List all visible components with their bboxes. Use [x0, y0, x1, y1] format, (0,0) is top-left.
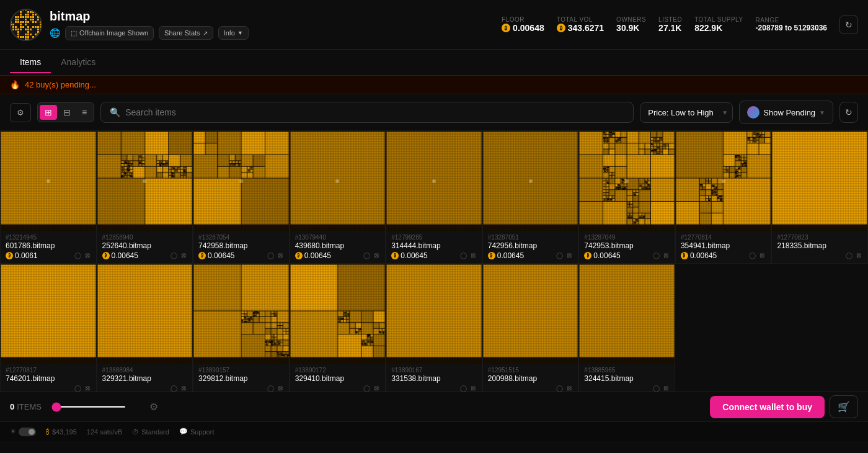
cart-add-button[interactable]: ◯	[459, 251, 468, 260]
item-name: 329321.bitmap	[102, 374, 188, 383]
expand-button[interactable]: ⊠	[469, 251, 477, 260]
pending-chevron-icon: ▼	[819, 109, 825, 116]
item-id: #13890157	[198, 367, 284, 374]
pending-button[interactable]: Show Pending ▼	[739, 101, 833, 124]
offchain-button[interactable]: ⬚ Offchain Image Shown	[65, 26, 154, 40]
stats-row: FLOOR ₿ 0.00648 TOTAL VOL ₿ 343.6271 OWN…	[502, 16, 827, 33]
item-price: ₿0.00645	[102, 251, 138, 260]
sort-select[interactable]: Price: Low to High Price: High to Low Re…	[640, 102, 733, 123]
search-box[interactable]: 🔍	[100, 102, 634, 123]
item-id: #13885965	[584, 367, 670, 374]
expand-button[interactable]: ⊠	[565, 251, 573, 260]
item-id: #12770823	[777, 234, 862, 241]
sort-select-wrapper[interactable]: Price: Low to High Price: High to Low Re…	[640, 102, 733, 123]
expand-button[interactable]: ⊠	[662, 383, 670, 392]
expand-button[interactable]: ⊠	[180, 383, 187, 392]
cart-button[interactable]: 🛒	[830, 395, 858, 418]
item-card[interactable]: #13890157329812.bitmap ◯ ⊠	[193, 264, 290, 392]
grid-small-view-button[interactable]: ⊞	[40, 105, 57, 120]
stat-owners: OWNERS 30.9K	[616, 16, 646, 33]
cart-add-button[interactable]: ◯	[844, 251, 854, 260]
info-button[interactable]: Info ▼	[218, 26, 249, 40]
cart-add-button[interactable]: ◯	[362, 383, 371, 392]
connect-wallet-button[interactable]: Connect wallet to buy	[710, 396, 825, 418]
item-card[interactable]: #12770823218335.bitmap ◯ ⊠	[771, 131, 868, 264]
item-card[interactable]: #12951515200988.bitmap ◯ ⊠	[482, 264, 579, 392]
item-card[interactable]: #12770814354941.bitmap₿0.00645 ◯ ⊠	[675, 131, 772, 264]
item-id: #13890167	[391, 367, 477, 374]
expand-button[interactable]: ⊠	[373, 383, 380, 392]
item-name: 354941.bitmap	[681, 241, 766, 250]
globe-button[interactable]: 🌐	[50, 28, 60, 38]
price-range-input[interactable]	[51, 406, 126, 408]
cart-add-button[interactable]: ◯	[652, 383, 661, 392]
tab-items[interactable]: Items	[10, 52, 51, 73]
price-slider[interactable]	[51, 406, 144, 408]
cart-add-button[interactable]: ◯	[169, 251, 179, 260]
item-id: #13079440	[295, 234, 381, 241]
sun-moon-toggle[interactable]: ☀	[10, 428, 36, 436]
range-value: -208789 to 51293036	[756, 24, 827, 32]
item-card[interactable]: #13287051742956.bitmap₿0.00645 ◯ ⊠	[482, 131, 579, 264]
expand-button[interactable]: ⊠	[855, 251, 862, 260]
tab-analytics[interactable]: Analytics	[51, 52, 105, 73]
item-card[interactable]: #13888984329321.bitmap ◯ ⊠	[97, 264, 193, 392]
expand-button[interactable]: ⊠	[662, 251, 670, 260]
expand-button[interactable]: ⊠	[84, 383, 91, 392]
item-card[interactable]: #13287054742958.bitmap₿0.00645 ◯ ⊠	[193, 131, 290, 264]
item-card[interactable]: #13890167331538.bitmap ◯ ⊠	[386, 264, 482, 392]
reload-button[interactable]: ↻	[839, 102, 858, 123]
owners-label: OWNERS	[616, 16, 646, 23]
item-card[interactable]: #13079440439680.bitmap₿0.00645 ◯ ⊠	[290, 131, 386, 264]
cart-add-button[interactable]: ◯	[459, 383, 468, 392]
cart-add-button[interactable]: ◯	[266, 251, 275, 260]
item-card[interactable]: #13885965324415.bitmap ◯ ⊠	[578, 264, 675, 392]
cart-add-button[interactable]: ◯	[652, 251, 661, 260]
fee-mode: ⏱ Standard	[132, 428, 169, 436]
expand-button[interactable]: ⊠	[277, 383, 284, 392]
item-card[interactable]: #13287049742953.bitmap₿0.00645 ◯ ⊠	[578, 131, 675, 264]
cart-add-button[interactable]: ◯	[73, 383, 82, 392]
filter-button[interactable]: ⚙	[10, 103, 31, 122]
chevron-down-icon: ▼	[237, 30, 243, 36]
grid-large-view-button[interactable]: ⊟	[58, 105, 76, 120]
item-card[interactable]: #12799285314444.bitmap₿0.00645 ◯ ⊠	[386, 131, 482, 264]
floor-value: ₿ 0.00648	[502, 23, 544, 33]
search-input[interactable]	[125, 107, 624, 117]
supply-label: TOTAL SUPPLY	[694, 16, 743, 23]
expand-button[interactable]: ⊠	[469, 383, 477, 392]
share-stats-button[interactable]: Share Stats ↗	[159, 26, 213, 40]
cart-add-button[interactable]: ◯	[362, 251, 371, 260]
item-card[interactable]: #13214945601786.bitmap₿0.0061 ◯ ⊠	[0, 131, 97, 264]
expand-button[interactable]: ⊠	[180, 251, 187, 260]
expand-button[interactable]: ⊠	[277, 251, 284, 260]
expand-button[interactable]: ⊠	[565, 383, 573, 392]
cart-add-button[interactable]: ◯	[266, 383, 275, 392]
item-card[interactable]: #13890172329410.bitmap ◯ ⊠	[290, 264, 386, 392]
expand-button[interactable]: ⊠	[84, 251, 91, 260]
nav-tabs: Items Analytics	[0, 50, 868, 76]
list-view-button[interactable]: ≡	[77, 105, 92, 120]
cart-add-button[interactable]: ◯	[169, 383, 179, 392]
item-name: 324415.bitmap	[584, 374, 670, 383]
refresh-button[interactable]: ↻	[839, 16, 858, 34]
item-id: #12770814	[681, 234, 766, 241]
bottom-bar: 0 ITEMS ⚙ Connect wallet to buy 🛒	[0, 392, 868, 421]
cart-add-button[interactable]: ◯	[555, 251, 564, 260]
expand-button[interactable]: ⊠	[758, 251, 766, 260]
cart-add-button[interactable]: ◯	[73, 251, 82, 260]
item-id: #12770817	[6, 367, 91, 374]
listed-value: 27.1K	[658, 23, 682, 33]
item-card[interactable]: #12858940252640.bitmap₿0.00645 ◯ ⊠	[97, 131, 193, 264]
external-link-icon: ↗	[203, 30, 208, 37]
settings-icon-button[interactable]: ⚙	[144, 398, 163, 415]
expand-button[interactable]: ⊠	[373, 251, 380, 260]
collection-info: bitmap 🌐 ⬚ Offchain Image Shown Share St…	[50, 9, 249, 40]
offchain-icon: ⬚	[71, 29, 77, 37]
cart-add-button[interactable]: ◯	[748, 251, 757, 260]
item-card[interactable]: #12770817746201.bitmap ◯ ⊠	[0, 264, 97, 392]
support-link[interactable]: 💬 Support	[179, 428, 215, 436]
item-name: 742956.bitmap	[488, 241, 574, 250]
item-id: #13287051	[488, 234, 574, 241]
cart-add-button[interactable]: ◯	[555, 383, 564, 392]
